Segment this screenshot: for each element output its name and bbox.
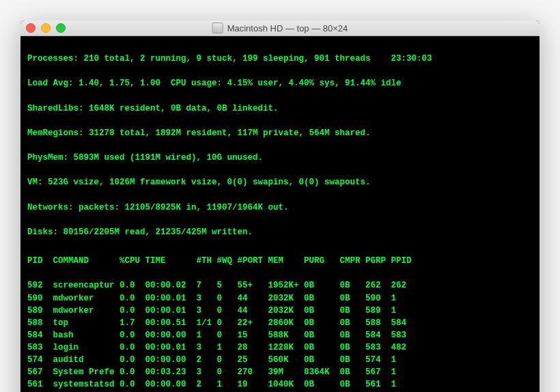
traffic-lights [26,23,66,33]
table-row: 592 screencaptur 0.0 00:00.02 7 5 55+ 19… [27,279,533,292]
window-title: Macintosh HD — top — 80×24 [212,23,348,33]
close-icon[interactable] [26,23,36,33]
table-row: 561 systemstatsd 0.0 00:00.00 2 1 19 104… [27,378,533,391]
process-rows: 592 screencaptur 0.0 00:00.02 7 5 55+ 19… [27,279,533,392]
table-row: 590 mdworker 0.0 00:00.01 3 0 44 2032K 0… [27,292,533,305]
header-vm: VM: 523G vsize, 1026M framework vsize, 0… [27,176,533,188]
terminal-window: Macintosh HD — top — 80×24 Processes: 21… [20,20,540,392]
minimize-icon[interactable] [41,23,51,33]
header-processes: Processes: 210 total, 2 running, 9 stuck… [27,53,533,65]
table-row: 584 bash 0.0 00:00.00 1 0 15 588K 0B 0B … [27,329,533,341]
header-sharedlibs: SharedLibs: 1648K resident, 0B data, 0B … [27,102,533,115]
disk-icon [212,23,223,33]
header-disks: Disks: 80156/2205M read, 21235/425M writ… [27,226,533,238]
columns-header: PID COMMAND %CPU TIME #TH #WQ #PORT MEM … [27,255,533,267]
header-physmem: PhysMem: 5893M used (1191M wired), 10G u… [27,152,533,164]
window-title-text: Macintosh HD — top — 80×24 [227,23,348,33]
table-row: 588 top 1.7 00:00.51 1/1 0 22+ 2860K 0B … [27,317,533,329]
header-memregions: MemRegions: 31278 total, 1892M resident,… [27,127,533,139]
table-row: 583 login 0.0 00:00.01 3 1 28 1228K 0B 0… [27,341,533,354]
table-row: 567 System Prefe 0.0 00:03.23 3 0 270 39… [27,366,533,378]
table-row: 574 auditd 0.0 00:00.00 2 0 25 560K 0B 0… [27,354,533,366]
zoom-icon[interactable] [56,23,66,33]
table-row: 589 mdworker 0.0 00:00.01 3 0 44 2032K 0… [27,305,533,317]
terminal-content[interactable]: Processes: 210 total, 2 running, 9 stuck… [20,36,540,392]
header-load: Load Avg: 1.40, 1.75, 1.00 CPU usage: 4.… [27,77,533,89]
header-networks: Networks: packets: 12105/8925K in, 11907… [27,201,533,214]
titlebar[interactable]: Macintosh HD — top — 80×24 [20,20,540,36]
